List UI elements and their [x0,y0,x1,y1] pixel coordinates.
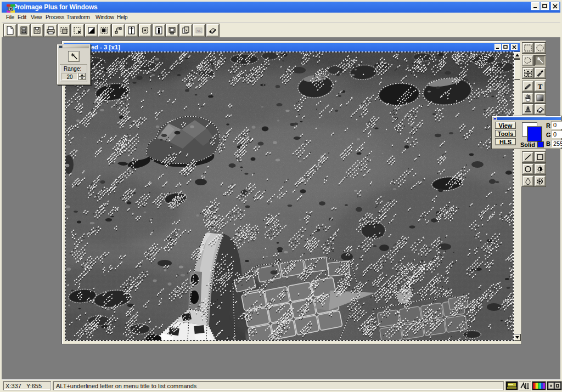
svg-text:NE: NE [197,29,201,32]
svg-text:T: T [538,82,543,90]
